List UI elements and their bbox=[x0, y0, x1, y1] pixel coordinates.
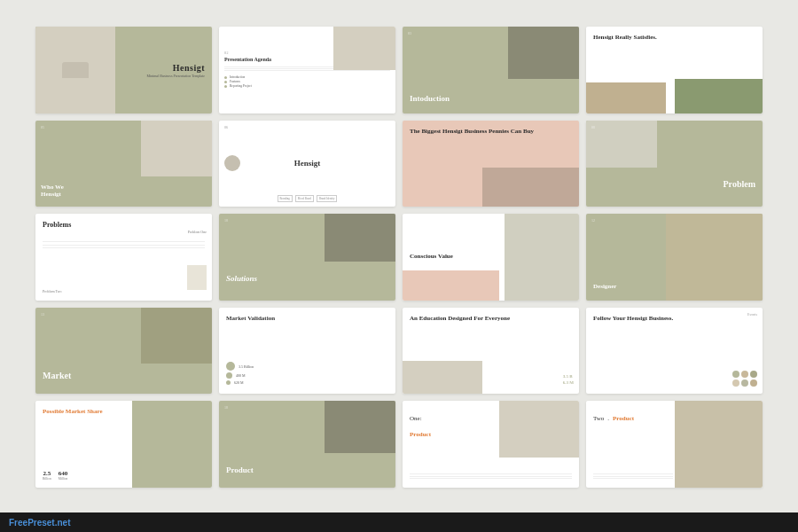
slide-3-image bbox=[508, 27, 579, 79]
bullet-dot bbox=[224, 85, 227, 88]
slide-10-num: 10 bbox=[224, 218, 228, 223]
slide-16-events-label: Events bbox=[747, 312, 757, 317]
slide-15[interactable]: An Education Designed For Everyone 3.5 B… bbox=[403, 308, 579, 395]
slide-12-num: 12 bbox=[591, 218, 595, 223]
slide-16-circles bbox=[732, 371, 757, 387]
slide-6-tag-3: Brand Identity bbox=[317, 195, 337, 202]
slide-18-image bbox=[325, 401, 395, 453]
slide-9-problem2: Problem Two bbox=[43, 289, 62, 293]
slide-9-heading: Problems bbox=[43, 221, 71, 229]
slide-17-image bbox=[132, 401, 212, 488]
slide-3-num: 03 bbox=[408, 31, 411, 35]
slide-20[interactable]: Two . Product bbox=[586, 401, 763, 488]
slide-11-pink-box bbox=[403, 270, 499, 301]
slide-13-num: 13 bbox=[41, 312, 44, 317]
circle-5 bbox=[741, 379, 748, 387]
slide-20-image bbox=[675, 401, 763, 488]
slide-5-hensigt: Hensigt bbox=[41, 191, 64, 198]
slide-10[interactable]: 10 Solutions bbox=[219, 214, 395, 301]
slide-4-heading: Hensigt Really Satisfies. bbox=[593, 34, 657, 42]
bullet-dot bbox=[224, 81, 227, 83]
slide-4-image-left bbox=[586, 82, 666, 113]
slide-19-product: Product bbox=[410, 431, 431, 438]
slide-17-stat2-num: 640 bbox=[59, 470, 68, 477]
slide-15-heading: An Education Designed For Everyone bbox=[410, 315, 510, 324]
slide-8[interactable]: 08 Problem bbox=[586, 121, 763, 207]
slide-6-circle-image bbox=[224, 155, 240, 171]
slide-6-heading: Hensigt bbox=[294, 159, 321, 168]
slide-6[interactable]: 06 Hensigt Branding Mood Board Brand Ide… bbox=[219, 121, 395, 207]
slide-6-tag-1: Branding bbox=[278, 195, 293, 202]
slide-16[interactable]: Follow Your Hensigt Business. Events bbox=[586, 308, 763, 395]
slide-18-num: 18 bbox=[224, 405, 228, 410]
bullet-dot bbox=[224, 76, 227, 79]
slide-15-stat2: 6.3 M bbox=[563, 380, 574, 385]
slide-14-val-3: 620 M bbox=[234, 380, 244, 385]
slides-grid: Hensigt Minimal Business Presentation Te… bbox=[0, 0, 798, 514]
slide-7-image bbox=[482, 168, 579, 207]
slide-14-heading: Market Validation bbox=[226, 315, 275, 324]
slide-5[interactable]: 05 Who We Hensigt bbox=[35, 121, 212, 207]
slide-4[interactable]: Hensigt Really Satisfies. bbox=[586, 27, 763, 113]
sofa-image bbox=[62, 62, 89, 78]
slide-1[interactable]: Hensigt Minimal Business Presentation Te… bbox=[35, 27, 212, 113]
slide-14-val-2: 400 M bbox=[236, 373, 246, 378]
slide-16-heading: Follow Your Hensigt Business. bbox=[593, 315, 673, 324]
slide-5-label: 05 bbox=[41, 125, 44, 129]
slide-13-heading: Market bbox=[43, 371, 71, 380]
slide-2-image bbox=[333, 27, 395, 70]
slide-9[interactable]: Problems Problem One Problem Two bbox=[35, 214, 212, 301]
slide-19[interactable]: One: Product bbox=[403, 401, 579, 488]
circle-1 bbox=[732, 371, 739, 378]
slide-7-heading: The Biggest Hensigt Business Pennies Can… bbox=[410, 128, 534, 136]
slide-15-stat1: 3.5 B bbox=[563, 374, 574, 379]
slide-17-stat2-label: Million bbox=[59, 477, 68, 481]
watermark-prefix: Free bbox=[9, 518, 27, 528]
slide-8-num: 08 bbox=[591, 125, 595, 129]
slide-20-product: Product bbox=[613, 415, 634, 422]
slide-7[interactable]: The Biggest Hensigt Business Pennies Can… bbox=[403, 121, 579, 207]
slide-18[interactable]: 18 Product bbox=[219, 401, 395, 488]
slide-14-val-1: 3.5 Billion bbox=[239, 364, 254, 369]
slide-9-problem1: Problem One bbox=[188, 230, 207, 234]
slide-14[interactable]: Market Validation 3.5 Billion 400 M 620 … bbox=[219, 308, 395, 395]
slide-17-stat1-num: 2.5 bbox=[43, 470, 51, 477]
slide-12[interactable]: 12 Designer bbox=[586, 214, 763, 301]
slide-4-image-right bbox=[675, 79, 763, 113]
watermark-text: FreePreset.net bbox=[9, 518, 70, 528]
slide-6-label: 06 bbox=[224, 125, 228, 129]
slide-5-image bbox=[141, 121, 212, 176]
circle-2 bbox=[741, 371, 748, 378]
slide-11-image bbox=[505, 214, 579, 301]
watermark-highlight: Preset bbox=[27, 518, 55, 528]
circle-6 bbox=[750, 379, 757, 387]
slide-11[interactable]: Conscious Value bbox=[403, 214, 579, 301]
slide-15-image bbox=[403, 361, 482, 394]
slide-3[interactable]: 03 Intoduction bbox=[403, 27, 579, 113]
slide-19-image bbox=[499, 401, 579, 457]
slide-13-image bbox=[141, 308, 212, 364]
slide-14-circle-2 bbox=[226, 372, 232, 379]
slide-12-image bbox=[666, 214, 763, 301]
slide-5-who: Who We bbox=[41, 184, 64, 191]
slide-17-heading: Possible Market Share bbox=[43, 408, 103, 417]
slide-8-image bbox=[586, 121, 657, 168]
slide-17[interactable]: Possible Market Share 2.5 Billion 640 Mi… bbox=[35, 401, 212, 488]
slide-8-heading: Problem bbox=[724, 179, 755, 189]
circle-4 bbox=[732, 379, 739, 387]
slide-12-heading: Designer bbox=[593, 283, 616, 290]
slide-1-title: Hensigt bbox=[146, 62, 205, 72]
slide-17-stat1-label: Billion bbox=[43, 477, 51, 481]
slide-11-heading: Conscious Value bbox=[410, 253, 453, 262]
watermark-bar: FreePreset.net bbox=[0, 512, 798, 532]
slide-3-heading: Intoduction bbox=[410, 94, 450, 103]
slide-14-circle-1 bbox=[226, 362, 235, 371]
slide-10-heading: Solutions bbox=[226, 274, 257, 283]
slide-13[interactable]: 13 Market bbox=[35, 308, 212, 395]
slide-9-chair-image bbox=[187, 265, 207, 290]
slide-10-image bbox=[325, 214, 395, 262]
slide-1-subtitle: Minimal Business Presentation Template bbox=[146, 73, 205, 77]
slide-18-heading: Product bbox=[226, 466, 254, 474]
slide-20-two: Two bbox=[593, 415, 604, 422]
slide-2[interactable]: 02 Presentation Agenda Introduction Feat… bbox=[219, 27, 395, 113]
